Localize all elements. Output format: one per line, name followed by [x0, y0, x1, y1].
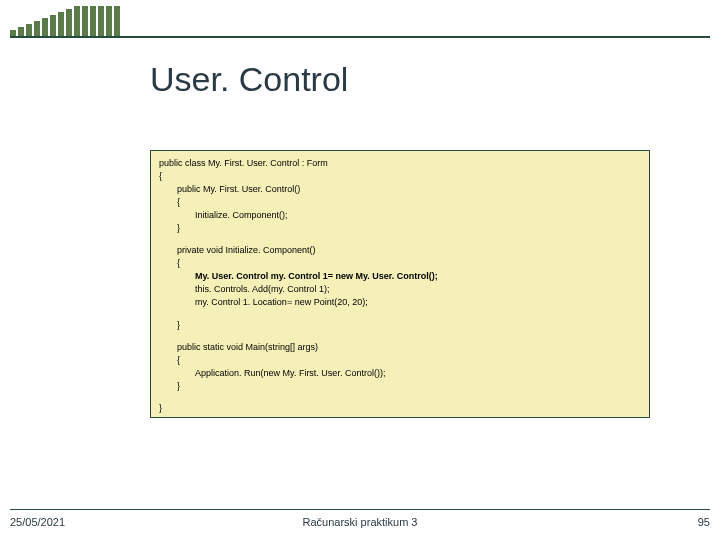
bar — [34, 21, 40, 36]
bar — [18, 27, 24, 36]
code-line: } — [159, 319, 641, 332]
bar — [106, 6, 112, 36]
bar — [98, 6, 104, 36]
code-line: private void Initialize. Component() — [159, 244, 641, 257]
footer-date: 25/05/2021 — [10, 516, 65, 528]
code-line: Initialize. Component(); — [159, 209, 641, 222]
code-line: } — [159, 380, 641, 393]
code-line: Application. Run(new My. First. User. Co… — [159, 367, 641, 380]
bar — [82, 6, 88, 36]
bar — [66, 9, 72, 36]
code-line: public My. First. User. Control() — [159, 183, 641, 196]
footer: 25/05/2021 Računarski praktikum 3 95 — [10, 509, 710, 528]
bar — [90, 6, 96, 36]
code-line: } — [159, 402, 641, 415]
bar — [114, 6, 120, 36]
code-line: public class My. First. User. Control : … — [159, 157, 641, 170]
code-line: my. Control 1. Location= new Point(20, 2… — [159, 296, 641, 309]
footer-title: Računarski praktikum 3 — [10, 516, 710, 528]
code-line: } — [159, 222, 641, 235]
code-line: public static void Main(string[] args) — [159, 341, 641, 354]
bar — [58, 12, 64, 36]
slide-title: User. Control — [150, 60, 348, 99]
decorative-bars — [10, 8, 710, 38]
code-line: { — [159, 170, 641, 183]
bar — [26, 24, 32, 36]
bar — [74, 6, 80, 36]
code-block: public class My. First. User. Control : … — [150, 150, 650, 418]
code-line: { — [159, 257, 641, 270]
bar — [10, 30, 16, 36]
code-line-highlight: My. User. Control my. Control 1= new My.… — [159, 270, 641, 283]
code-line: { — [159, 196, 641, 209]
footer-page: 95 — [698, 516, 710, 528]
bar — [42, 18, 48, 36]
code-line: this. Controls. Add(my. Control 1); — [159, 283, 641, 296]
bar — [50, 15, 56, 36]
code-line: { — [159, 354, 641, 367]
